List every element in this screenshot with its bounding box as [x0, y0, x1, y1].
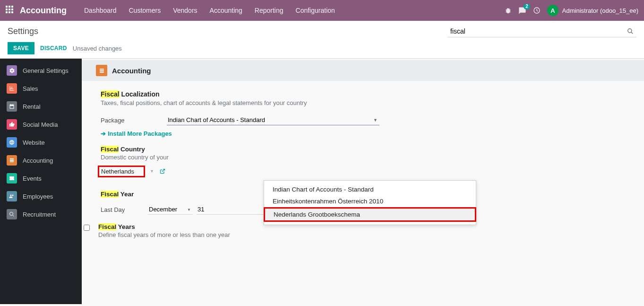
globe-icon — [7, 137, 17, 148]
dropdown-option[interactable]: Indian Chart of Accounts - Standard — [264, 184, 476, 195]
chart-icon — [7, 83, 17, 94]
sidebar-item-employees[interactable]: Employees — [0, 187, 82, 205]
user-name: Administrator (odoo_15_ee) — [562, 7, 638, 14]
top-navbar: Accounting Dashboard Customers Vendors A… — [0, 0, 644, 21]
app-header: Accounting — [82, 60, 644, 81]
main-area: General Settings Sales Rental Social Med… — [0, 59, 644, 304]
section-fiscal-years-desc: Define fiscal years of more or less than… — [98, 231, 230, 238]
menu-dashboard[interactable]: Dashboard — [78, 1, 122, 20]
sidebar-item-general-settings[interactable]: General Settings — [0, 61, 82, 79]
control-panel: Settings SAVE DISCARD Unsaved changes — [0, 21, 644, 59]
status-text: Unsaved changes — [73, 45, 122, 52]
sidebar-item-events[interactable]: Events — [0, 169, 82, 187]
magnifier-person-icon — [7, 209, 17, 219]
user-menu[interactable]: A Administrator (odoo_15_ee) — [547, 5, 638, 16]
clock-icon[interactable] — [533, 7, 541, 14]
section-fiscal-years-title: Fiscal Years — [98, 223, 230, 230]
sidebar-item-social[interactable]: Social Media — [0, 115, 82, 133]
section-fiscal-country-title: Fiscal Country — [101, 146, 625, 153]
accounting-app-icon — [96, 65, 107, 76]
sidebar-item-sales[interactable]: Sales — [0, 79, 82, 97]
section-fiscal-localization-desc: Taxes, fiscal positions, chart of accoun… — [101, 99, 625, 106]
section-fiscal-localization-title: Fiscal Localization — [101, 90, 625, 98]
sidebar-item-label: Website — [23, 139, 45, 146]
discard-button[interactable]: DISCARD — [40, 45, 67, 52]
settings-sidebar: General Settings Sales Rental Social Med… — [0, 59, 82, 304]
menu-customers[interactable]: Customers — [123, 1, 167, 20]
sidebar-item-label: Sales — [23, 85, 38, 92]
gear-icon — [7, 65, 17, 76]
sidebar-item-accounting[interactable]: Accounting — [0, 151, 82, 169]
menu-configuration[interactable]: Configuration — [290, 1, 341, 20]
arrow-right-icon: ➔ — [101, 130, 106, 137]
main-menu: Dashboard Customers Vendors Accounting R… — [78, 1, 341, 20]
install-more-packages-link[interactable]: ➔ Install More Packages — [101, 130, 172, 137]
search-wrap — [447, 26, 636, 37]
dropdown-option[interactable]: Einheitskontenrahmen Österreich 2010 — [264, 195, 476, 207]
save-button[interactable]: SAVE — [8, 42, 34, 54]
people-icon — [7, 191, 17, 201]
external-link-icon[interactable] — [160, 168, 165, 174]
sidebar-item-rental[interactable]: Rental — [0, 97, 82, 115]
month-select[interactable] — [148, 204, 193, 215]
apps-icon[interactable] — [6, 6, 15, 15]
sidebar-item-label: Recruitment — [23, 211, 56, 218]
sidebar-item-label: Accounting — [23, 157, 53, 164]
sidebar-item-label: Events — [23, 175, 42, 182]
svg-point-2 — [10, 212, 13, 216]
menu-vendors[interactable]: Vendors — [167, 1, 203, 20]
search-icon[interactable] — [624, 28, 636, 35]
avatar: A — [547, 5, 558, 16]
money-icon — [7, 155, 17, 166]
debug-icon[interactable] — [505, 7, 512, 14]
brand-name[interactable]: Accounting — [20, 6, 67, 16]
calendar-icon — [7, 101, 17, 112]
settings-content: Accounting Fiscal Localization Taxes, fi… — [82, 59, 644, 304]
sidebar-item-website[interactable]: Website — [0, 133, 82, 151]
sidebar-item-label: General Settings — [23, 67, 69, 74]
menu-reporting[interactable]: Reporting — [249, 1, 289, 20]
lastday-label: Last Day — [101, 206, 148, 213]
dropdown-option-nederlands[interactable]: Nederlands Grootboekschema — [264, 207, 476, 222]
search-input[interactable] — [447, 26, 624, 37]
sidebar-item-recruitment[interactable]: Recruitment — [0, 205, 82, 223]
messages-badge: 2 — [524, 4, 530, 9]
package-label: Package — [101, 117, 167, 124]
sidebar-item-label: Social Media — [23, 121, 58, 128]
messages-icon[interactable]: 2 — [518, 7, 526, 15]
thumbs-up-icon — [7, 119, 17, 130]
section-fiscal-country-desc: Domestic country of your — [101, 154, 625, 161]
app-title: Accounting — [112, 67, 151, 75]
menu-accounting[interactable]: Accounting — [204, 1, 248, 20]
package-m2o-input[interactable] — [167, 115, 379, 125]
day-input[interactable] — [197, 204, 267, 215]
breadcrumb: Settings — [8, 26, 38, 36]
dropdown-caret-icon[interactable]: ▼ — [150, 169, 154, 174]
package-dropdown: Indian Chart of Accounts - Standard Einh… — [264, 180, 476, 225]
svg-point-1 — [628, 29, 632, 33]
fiscal-years-checkbox[interactable] — [84, 225, 90, 231]
fiscal-country-value[interactable]: Netherlands — [98, 166, 145, 177]
navbar-right: 2 A Administrator (odoo_15_ee) — [505, 5, 638, 16]
sidebar-item-label: Rental — [23, 103, 41, 110]
ticket-icon — [7, 173, 17, 184]
sidebar-item-label: Employees — [23, 193, 53, 200]
